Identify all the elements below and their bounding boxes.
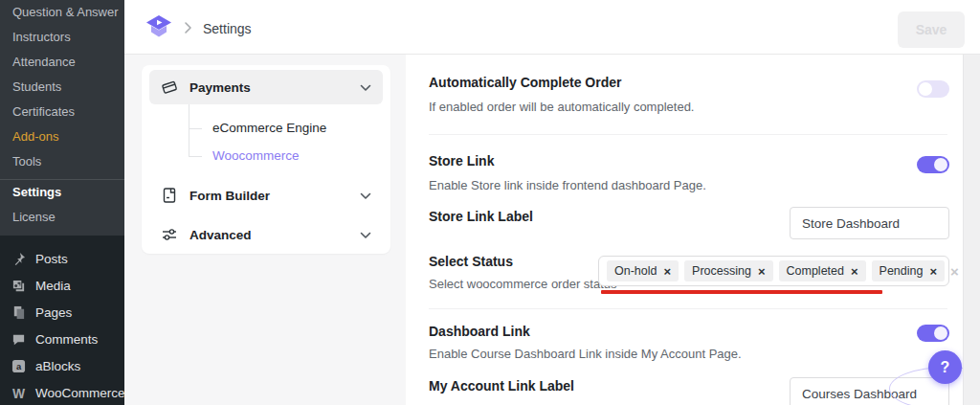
remove-chip-icon[interactable]: × (663, 265, 671, 278)
sidebar-item-woocommerce[interactable]: W WooCommerce (0, 379, 124, 405)
sidebar-item-posts[interactable]: Posts (0, 245, 124, 272)
comments-icon (10, 330, 27, 348)
woocommerce-icon: W (10, 384, 27, 401)
chip-label: On-hold (614, 264, 657, 278)
remove-chip-icon[interactable]: × (851, 265, 858, 278)
chip-label: Processing (692, 264, 751, 278)
ablocks-icon: a (10, 357, 27, 374)
top-header: Settings Save (124, 0, 980, 55)
breadcrumb: Settings (203, 21, 252, 36)
scrollbar-track[interactable] (963, 55, 980, 405)
auto-complete-toggle[interactable] (917, 80, 949, 98)
red-underline-annotation (601, 290, 882, 294)
order-status-multiselect[interactable]: On-hold × Processing × Completed × Pendi… (598, 256, 949, 286)
sidebar-item-comments[interactable]: Comments (0, 326, 124, 352)
pushpin-icon (10, 250, 27, 267)
sidebar-item-label: Media (35, 279, 71, 293)
sidebar-item-settings[interactable]: Settings (0, 180, 124, 205)
breadcrumb-chevron-icon (184, 21, 192, 38)
nav-section-form-builder[interactable]: Form Builder (149, 178, 383, 213)
settings-nav-panel: Payments eCommerce Engine Woocommerce Fo… (142, 65, 390, 254)
setting-desc-dashboard-link: Enable Course Dashboard Link inside My A… (429, 347, 742, 361)
sidebar-item-license[interactable]: License (0, 205, 124, 230)
tree-connector (189, 128, 202, 129)
toggle-knob (934, 158, 947, 171)
nav-section-label: Advanced (189, 228, 360, 242)
document-icon (161, 187, 178, 204)
ablocks-glyph: a (15, 361, 21, 371)
save-button[interactable]: Save (898, 11, 965, 48)
tree-connector (189, 104, 189, 156)
status-chip-pending: Pending × (872, 260, 945, 281)
setting-title-auto-complete: Automatically Complete Order (429, 75, 622, 90)
toggle-knob (919, 82, 932, 96)
nav-section-label: Form Builder (189, 189, 360, 203)
sidebar-item-label: Posts (35, 252, 68, 266)
woocommerce-settings-panel: Automatically Complete Order If enabled … (406, 55, 963, 405)
clear-all-icon[interactable]: × (950, 264, 959, 279)
nav-item-ecommerce-engine[interactable]: eCommerce Engine (212, 121, 326, 135)
setting-title-store-link-label: Store Link Label (429, 209, 533, 224)
sidebar-item-pages[interactable]: Pages (0, 299, 124, 326)
setting-desc-store-link: Enable Store link inside frontend dashbo… (429, 178, 706, 192)
tree-connector (189, 156, 202, 157)
setting-title-my-account-link-label: My Account Link Label (429, 378, 574, 394)
setting-desc-select-status: Select woocommerce order status (429, 277, 617, 291)
sidebar-item-media[interactable]: Media (0, 272, 124, 299)
setting-title-dashboard-link: Dashboard Link (429, 324, 530, 339)
sidebar-item-addons[interactable]: Add-ons (0, 124, 124, 149)
chip-label: Completed (787, 264, 844, 278)
remove-chip-icon[interactable]: × (929, 265, 937, 278)
help-button[interactable]: ? (928, 350, 962, 384)
chevron-down-icon (360, 187, 371, 204)
nav-section-advanced[interactable]: Advanced (149, 217, 383, 252)
status-chip-on-hold: On-hold × (607, 260, 679, 281)
chevron-down-icon (360, 226, 371, 243)
dashboard-link-toggle[interactable] (917, 325, 949, 342)
sidebar-item-certificates[interactable]: Certificates (0, 100, 124, 124)
sidebar-item-students[interactable]: Students (0, 75, 124, 100)
pages-icon (10, 304, 27, 321)
sidebar-item-attendance[interactable]: Attendance (0, 50, 124, 75)
nav-section-payments[interactable]: Payments (149, 70, 383, 104)
chevron-down-icon (360, 79, 371, 96)
sidebar-item-label: aBlocks (35, 359, 80, 373)
sidebar-item-ablocks[interactable]: a aBlocks (0, 352, 124, 379)
woocommerce-glyph: W (11, 385, 25, 400)
store-link-toggle[interactable] (917, 156, 949, 173)
divider (429, 134, 947, 135)
sidebar-item-tools[interactable]: Tools (0, 149, 124, 174)
media-icon (10, 277, 27, 294)
setting-title-store-link: Store Link (429, 153, 494, 169)
setting-title-select-status: Select Status (429, 254, 513, 269)
sidebar-item-label: Pages (35, 305, 72, 320)
sliders-icon (161, 226, 178, 243)
sidebar-item-label: WooCommerce (35, 386, 125, 400)
status-chip-processing: Processing × (684, 260, 772, 281)
remove-chip-icon[interactable]: × (758, 265, 766, 278)
toggle-knob (934, 326, 947, 340)
wp-main-menu: Posts Media Pages Comments a aBlocks (0, 245, 124, 405)
plugin-submenu: Question & Answer Instructors Attendance… (0, 0, 124, 236)
sidebar-item-label: Comments (35, 332, 98, 347)
setting-desc-auto-complete: If enabled order will be automatically c… (429, 100, 694, 114)
status-chip-completed: Completed × (779, 260, 866, 281)
wp-admin-sidebar: Question & Answer Instructors Attendance… (0, 0, 124, 405)
divider (429, 308, 947, 309)
chip-label: Pending (880, 264, 924, 278)
sidebar-item-instructors[interactable]: Instructors (0, 25, 124, 50)
store-link-label-input[interactable] (790, 207, 949, 239)
nav-section-label: Payments (189, 80, 360, 95)
credit-card-icon (161, 79, 178, 96)
nav-item-woocommerce[interactable]: Woocommerce (212, 148, 300, 163)
tutor-logo-icon[interactable] (144, 12, 174, 43)
sidebar-item-question-answer[interactable]: Question & Answer (0, 0, 124, 25)
